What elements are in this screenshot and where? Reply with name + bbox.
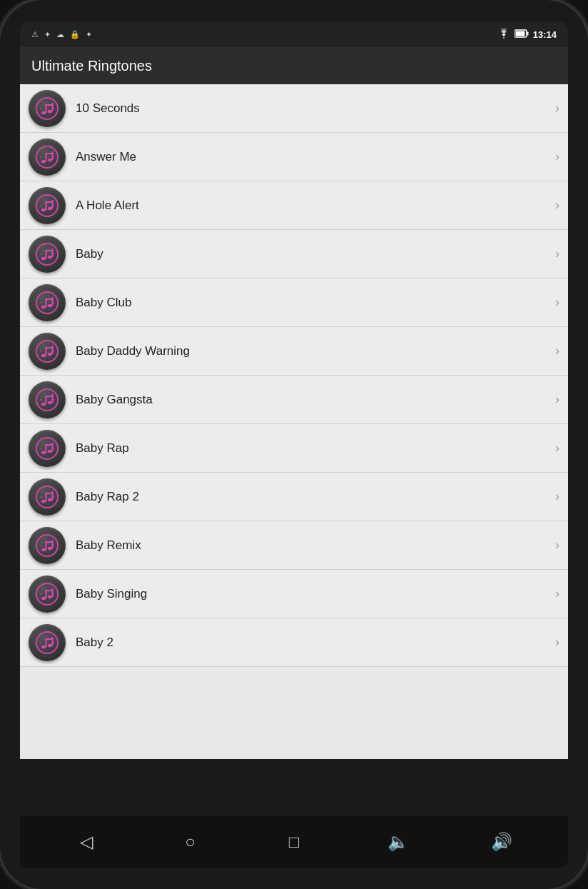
- vol-up-button[interactable]: 🔊: [484, 824, 519, 860]
- ringtone-icon: [29, 139, 66, 176]
- list-item[interactable]: Baby Remix›: [20, 521, 568, 570]
- svg-point-33: [40, 253, 41, 254]
- svg-point-10: [53, 107, 54, 109]
- notification-icon: ✦: [86, 30, 92, 39]
- svg-point-18: [53, 156, 54, 157]
- ringtone-icon: [29, 333, 66, 370]
- ringtone-name: Baby: [76, 247, 549, 261]
- svg-rect-88: [46, 590, 54, 591]
- chevron-right-icon: ›: [555, 343, 559, 358]
- list-item[interactable]: Baby Daddy Warning›: [20, 327, 568, 376]
- svg-rect-64: [46, 444, 54, 446]
- svg-point-83: [36, 583, 58, 605]
- svg-point-73: [40, 496, 41, 497]
- svg-point-52: [41, 402, 46, 405]
- svg-point-74: [53, 496, 54, 497]
- home-button[interactable]: ○: [172, 824, 208, 860]
- svg-point-27: [36, 243, 58, 265]
- vol-down-button[interactable]: 🔈: [380, 824, 416, 860]
- app-title: Ultimate Ringtones: [31, 58, 152, 74]
- list-item[interactable]: 10 Seconds›: [20, 84, 568, 133]
- list-item[interactable]: Baby Gangsta›: [20, 376, 568, 424]
- ringtone-name: Baby Daddy Warning: [76, 344, 549, 358]
- list-item[interactable]: Baby Rap›: [20, 424, 568, 473]
- list-item[interactable]: Answer Me›: [20, 133, 568, 181]
- svg-point-12: [41, 159, 46, 162]
- svg-point-67: [36, 486, 58, 508]
- list-item[interactable]: Baby›: [20, 230, 568, 278]
- svg-point-97: [40, 641, 41, 643]
- svg-rect-80: [46, 541, 54, 543]
- chevron-right-icon: ›: [555, 198, 559, 213]
- svg-point-70: [48, 498, 52, 501]
- chevron-right-icon: ›: [555, 295, 559, 310]
- svg-point-92: [41, 645, 46, 648]
- recents-button[interactable]: □: [276, 824, 312, 860]
- svg-point-78: [48, 546, 52, 549]
- svg-point-38: [48, 303, 52, 306]
- svg-rect-48: [46, 347, 54, 348]
- ringtone-name: Baby Gangsta: [76, 393, 549, 407]
- svg-point-30: [48, 255, 52, 258]
- svg-rect-95: [52, 637, 54, 646]
- chevron-right-icon: ›: [555, 101, 559, 116]
- device-frame: ⚠ ✦ ☁ 🔒 ✦: [0, 0, 588, 889]
- svg-point-3: [36, 98, 58, 119]
- svg-rect-39: [52, 297, 54, 306]
- svg-point-91: [36, 632, 58, 653]
- ringtone-icon: [29, 527, 66, 564]
- svg-point-76: [41, 548, 46, 551]
- svg-rect-71: [52, 491, 54, 500]
- svg-rect-32: [46, 250, 54, 251]
- nav-bar: ◁ ○ □ 🔈 🔊: [20, 816, 568, 868]
- chevron-right-icon: ›: [555, 392, 559, 407]
- svg-rect-15: [52, 151, 54, 160]
- svg-rect-40: [46, 298, 54, 300]
- battery-icon: [514, 29, 529, 40]
- ringtone-icon: [29, 187, 66, 224]
- list-item[interactable]: A Hole Alert›: [20, 181, 568, 230]
- wifi-icon: [497, 29, 510, 41]
- ringtone-icon: [29, 236, 66, 273]
- chevron-right-icon: ›: [555, 149, 559, 164]
- svg-point-4: [41, 111, 46, 114]
- status-bar: ⚠ ✦ ☁ 🔒 ✦: [20, 21, 568, 47]
- svg-point-43: [36, 341, 58, 362]
- list-item[interactable]: Baby Club›: [20, 278, 568, 327]
- list-item[interactable]: Baby Singing›: [20, 570, 568, 618]
- svg-point-60: [41, 451, 46, 453]
- svg-point-89: [40, 593, 41, 594]
- svg-rect-16: [46, 153, 54, 154]
- svg-point-84: [41, 596, 46, 599]
- svg-rect-72: [46, 493, 54, 494]
- svg-point-22: [48, 206, 52, 209]
- svg-rect-2: [515, 31, 524, 36]
- chevron-right-icon: ›: [555, 586, 559, 601]
- warning-icon: ⚠: [31, 30, 39, 39]
- chevron-right-icon: ›: [555, 246, 559, 261]
- svg-point-19: [36, 195, 58, 216]
- chevron-right-icon: ›: [555, 538, 559, 553]
- svg-point-94: [48, 643, 52, 646]
- app-bar: Ultimate Ringtones: [20, 47, 568, 84]
- svg-point-20: [41, 208, 46, 211]
- ringtone-name: Baby Rap: [76, 441, 549, 456]
- svg-point-50: [53, 350, 54, 351]
- svg-point-44: [41, 353, 46, 356]
- svg-point-49: [40, 350, 41, 351]
- ringtone-name: Answer Me: [76, 150, 549, 164]
- back-button[interactable]: ◁: [69, 824, 104, 860]
- ringtone-list: 10 Seconds› Answer Me›: [20, 84, 568, 759]
- status-icons-left: ⚠ ✦ ☁ 🔒 ✦: [31, 30, 92, 39]
- svg-point-98: [53, 641, 54, 643]
- svg-rect-24: [46, 201, 54, 203]
- svg-rect-79: [52, 540, 54, 548]
- svg-point-58: [53, 398, 54, 400]
- svg-rect-1: [527, 31, 528, 35]
- svg-point-46: [48, 352, 52, 355]
- svg-point-62: [48, 449, 52, 452]
- svg-rect-47: [52, 346, 54, 354]
- list-item[interactable]: Baby Rap 2›: [20, 473, 568, 521]
- list-item[interactable]: Baby 2›: [20, 618, 568, 667]
- time-display: 13:14: [533, 29, 557, 40]
